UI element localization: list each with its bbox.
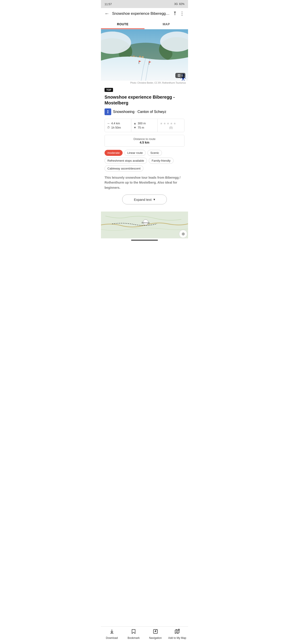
expand-chevron-icon: ▾ (153, 198, 155, 202)
tags-row: moderate Linear route Scenic Refreshment… (104, 150, 185, 172)
star-2: ★ (163, 122, 166, 125)
star-1: ★ (160, 122, 163, 125)
distance-icon: ↔ (107, 122, 110, 125)
status-bar: 11:57 3G 82% (101, 0, 188, 8)
status-time: 11:57 (104, 2, 112, 6)
tab-route[interactable]: ROUTE (101, 19, 144, 29)
stat-rating[interactable]: ★ ★ ★ ★ ★ (0) (158, 119, 184, 132)
tag-refreshment[interactable]: Refreshment stops available (104, 158, 147, 164)
photo-credit: Photo: Christine Beeler, CC BY, Rothenth… (101, 81, 188, 85)
share-icon[interactable]: ⤒ (173, 11, 177, 16)
bottom-indicator (131, 240, 158, 240)
map-preview[interactable]: Biberegg ⊕ (101, 212, 188, 238)
distance-label: Distance to route (107, 137, 182, 141)
svg-point-21 (107, 110, 109, 111)
main-content: TOP Snowshoe experience Biberegg - Moste… (101, 85, 188, 212)
tag-linear[interactable]: Linear route (124, 150, 146, 156)
route-category: Snowshoeing · Canton of Schwyz (113, 110, 166, 114)
stat-descent: ▼ 75 m (134, 126, 155, 129)
tabs-bar: ROUTE MAP (101, 19, 188, 29)
descent-icon: ▼ (134, 126, 136, 129)
top-badge: TOP (104, 88, 113, 92)
star-3: ★ (167, 122, 170, 125)
map-svg: Biberegg ⊕ (101, 212, 188, 238)
svg-text:Biberegg: Biberegg (142, 222, 150, 224)
rating-count: (0) (160, 126, 182, 129)
hero-svg (101, 29, 188, 81)
clock-icon: ⏱ (107, 126, 110, 129)
distance-value: 4.5 km (107, 141, 182, 144)
back-button[interactable]: ← (104, 11, 109, 16)
route-meta: Snowshoeing · Canton of Schwyz (104, 108, 185, 115)
route-title: Snowshoe experience Biberegg - Mostelber… (104, 94, 185, 106)
stars-row: ★ ★ ★ ★ ★ (160, 122, 182, 125)
stat-ascent: ▲ 300 m (134, 122, 155, 125)
battery-indicator: 82% (179, 2, 185, 6)
tab-map[interactable]: MAP (144, 19, 188, 29)
stat-duration: ⏱ 1h 50m (107, 126, 129, 129)
status-right: 3G 82% (174, 2, 185, 6)
stats-grid: ↔ 4.4 km ⏱ 1h 50m ▲ 300 m ▼ 75 m ★ ★ ★ (104, 119, 185, 132)
snowshoe-icon (104, 108, 111, 115)
image-count: 6 (182, 74, 183, 77)
image-count-badge[interactable]: 🖼 6 (175, 73, 185, 78)
stat-distance: ↔ 4.4 km (107, 122, 129, 125)
expand-text-label: Expand text (134, 198, 151, 202)
tag-family[interactable]: Family-friendly (149, 158, 174, 164)
network-indicator: 3G (174, 2, 178, 6)
star-5: ★ (173, 122, 176, 125)
tag-scenic[interactable]: Scenic (147, 150, 162, 156)
expand-text-button[interactable]: Expand text ▾ (122, 194, 167, 204)
stat-elevation: ▲ 300 m ▼ 75 m (131, 119, 158, 132)
image-icon: 🖼 (178, 74, 180, 77)
header-title: Snowshoe experience Biberegg - Most… (112, 12, 170, 16)
description-text: This leisurely snowshoe tour leads from … (104, 175, 185, 190)
svg-text:⊕: ⊕ (182, 232, 185, 236)
distance-to-route: Distance to route 4.5 km (104, 135, 185, 147)
header: ← Snowshoe experience Biberegg - Most… ⤒… (101, 8, 188, 19)
tag-cableway[interactable]: Cableway ascent/descent (104, 166, 143, 172)
star-4: ★ (170, 122, 173, 125)
ascent-icon: ▲ (134, 122, 136, 125)
tag-moderate[interactable]: moderate (104, 150, 123, 156)
more-options-icon[interactable]: ⋮ (180, 11, 185, 16)
stat-distance-duration: ↔ 4.4 km ⏱ 1h 50m (105, 119, 131, 132)
hero-image[interactable]: 🖼 6 (101, 29, 188, 81)
